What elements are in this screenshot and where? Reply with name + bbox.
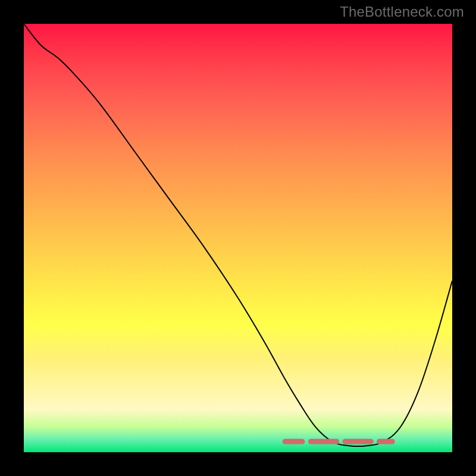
attribution-text: TheBottleneck.com <box>340 4 464 20</box>
chart-svg <box>24 24 452 452</box>
bottleneck-curve <box>24 24 452 446</box>
plot-area <box>24 24 452 452</box>
chart-frame: TheBottleneck.com <box>0 0 476 476</box>
